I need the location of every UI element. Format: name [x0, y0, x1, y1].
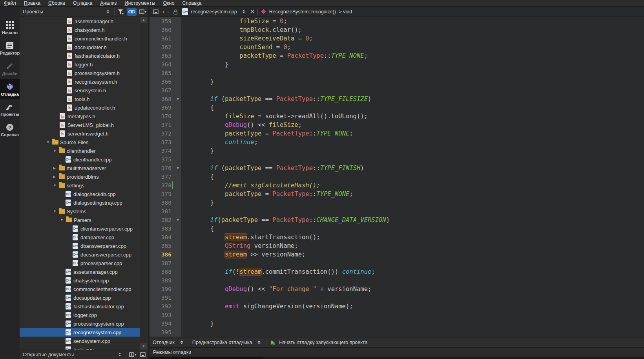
document-dropdown-icon[interactable] — [240, 8, 248, 16]
tree-item-Source Files[interactable]: ▼Source Files — [20, 138, 141, 147]
filter-icon[interactable] — [117, 8, 125, 16]
mode-editor[interactable]: Редактор — [0, 38, 20, 59]
line-number-gutter[interactable]: 362 — [150, 43, 181, 51]
line-number-gutter[interactable]: 388 — [150, 267, 181, 276]
line-number-gutter[interactable]: 369 — [150, 103, 181, 112]
mode-debug[interactable]: Отладка — [0, 79, 20, 99]
tree-item-providerdblms[interactable]: ▶providerdblms — [20, 172, 141, 181]
tree-item-recognizesystem.cpp[interactable]: C++recognizesystem.cpp — [20, 328, 141, 337]
current-symbol[interactable]: RecognizeSystem::recognize() -> void — [269, 9, 352, 15]
menu-Справка[interactable]: Справка — [178, 0, 205, 7]
tree-item-dbanswerparser.cpp[interactable]: C++dbanswerparser.cpp — [20, 242, 141, 250]
tree-item-chatsystem.h[interactable]: hchatsystem.h — [20, 26, 141, 34]
tree-item-Parsers[interactable]: ▼Parsers — [20, 216, 141, 224]
line-number-gutter[interactable]: 380 — [150, 198, 181, 207]
menu-Сборка[interactable]: Сборка — [44, 0, 69, 7]
tree-item-sendsystem.h[interactable]: hsendsystem.h — [20, 86, 141, 95]
tree-item-processparser.cpp[interactable]: C++processparser.cpp — [20, 259, 141, 267]
menu-Отладка[interactable]: Отладка — [69, 0, 96, 7]
line-number-gutter[interactable]: 365 — [150, 69, 181, 77]
collapse-arrow-icon[interactable]: ▼ — [53, 183, 59, 187]
collapse-panel-icon[interactable] — [139, 351, 147, 359]
mode-help[interactable]: ? Справка — [0, 120, 20, 140]
line-number-gutter[interactable]: 391 — [150, 293, 181, 302]
fold-marker-icon[interactable]: ▼ — [177, 164, 179, 172]
tree-item-processingsystem.cpp[interactable]: C++processingsystem.cpp — [20, 319, 141, 328]
menu-Анализ[interactable]: Анализ — [96, 0, 120, 7]
line-number-gutter[interactable]: 394 — [150, 319, 181, 328]
collapse-arrow-icon[interactable]: ▼ — [53, 209, 59, 213]
tree-item-dialogcheckdb.cpp[interactable]: C++dialogcheckdb.cpp — [20, 190, 141, 198]
tree-item-dialogsettingstray.cpp[interactable]: C++dialogsettingstray.cpp — [20, 198, 141, 207]
collapse-arrow-icon[interactable]: ▼ — [53, 149, 59, 153]
tree-item-fasthashcalculator.cpp[interactable]: C++fasthashcalculator.cpp — [20, 302, 141, 311]
tree-item-clienthandler.cpp[interactable]: C++clienthandler.cpp — [20, 155, 141, 164]
sync-with-editor-icon[interactable] — [127, 8, 137, 16]
tree-item-fasthashcalculator.h[interactable]: hfasthashcalculator.h — [20, 51, 141, 60]
line-number-gutter[interactable]: 373 — [150, 138, 181, 147]
go-back-icon[interactable]: ‹ — [162, 9, 164, 15]
split-icon[interactable] — [139, 8, 147, 16]
start-debug-button[interactable]: Начать отладку запускающего проекта — [279, 340, 367, 345]
line-number-gutter[interactable]: 359 — [150, 17, 181, 26]
line-number-gutter[interactable]: 360 — [150, 26, 181, 34]
tree-item-ServerLMS_global.h[interactable]: hServerLMS_global.h — [20, 121, 141, 129]
line-number-gutter[interactable]: 379 — [150, 190, 181, 198]
close-document-icon[interactable]: ✕ — [250, 9, 255, 15]
tree-item-recognizesystem.h[interactable]: hrecognizesystem.h — [20, 77, 141, 86]
tree-item-metatypes.h[interactable]: hmetatypes.h — [20, 112, 141, 121]
fold-marker-icon[interactable]: ▼ — [177, 216, 179, 224]
tree-item-serverlmswidget.h[interactable]: hserverlmswidget.h — [20, 129, 141, 138]
tree-item-sendsystem.cpp[interactable]: C++sendsystem.cpp — [20, 337, 141, 345]
line-number-gutter[interactable]: 364 — [150, 60, 181, 69]
menu-Инструменты[interactable]: Инструменты — [120, 0, 159, 7]
open-file-name[interactable]: recognizesystem.cpp — [191, 9, 237, 15]
panel-selector-dropdown-icon[interactable] — [104, 8, 112, 16]
split-icon[interactable] — [129, 351, 137, 359]
line-number-gutter[interactable]: 390 — [150, 285, 181, 293]
debugger-dropdown-icon[interactable] — [178, 339, 186, 346]
tree-item-assetsmanager.h[interactable]: hassetsmanager.h — [20, 17, 141, 26]
scroll-down-icon[interactable]: ▼ — [140, 343, 147, 350]
tree-item-tools.h[interactable]: htools.h — [20, 95, 141, 103]
collapse-arrow-icon[interactable]: ▼ — [46, 140, 52, 144]
line-number-gutter[interactable]: 382▼ — [150, 216, 181, 224]
mode-projects[interactable]: Проекты — [0, 99, 20, 120]
line-number-gutter[interactable]: 384 — [150, 233, 181, 242]
go-forward-icon[interactable]: › — [167, 9, 169, 15]
tree-item-settings[interactable]: ▼settings — [20, 181, 141, 190]
line-number-gutter[interactable]: 368▼ — [150, 95, 181, 103]
line-number-gutter[interactable]: 381 — [150, 207, 181, 216]
line-number-gutter[interactable]: 385 — [150, 242, 181, 250]
line-number-gutter[interactable]: 376▼ — [150, 164, 181, 172]
line-number-gutter[interactable]: 386 — [150, 250, 181, 259]
tree-item-updatecontroller.h[interactable]: hupdatecontroller.h — [20, 103, 141, 112]
line-number-gutter[interactable]: 375 — [150, 155, 181, 164]
line-number-gutter[interactable]: 392 — [150, 302, 181, 311]
tree-item-Systems[interactable]: ▼Systems — [20, 207, 141, 216]
tree-item-logger.cpp[interactable]: C++logger.cpp — [20, 311, 141, 319]
line-number-gutter[interactable]: 361 — [150, 34, 181, 43]
scroll-up-icon[interactable]: ▲ — [140, 17, 147, 23]
menu-Окно[interactable]: Окно — [159, 0, 178, 7]
hide-sidebar-icon[interactable] — [152, 8, 160, 16]
opendocs-dropdown-icon[interactable] — [116, 351, 124, 359]
tree-item-assetsmanager.cpp[interactable]: C++assetsmanager.cpp — [20, 267, 141, 276]
line-number-gutter[interactable]: 372 — [150, 129, 181, 138]
line-number-gutter[interactable]: 378 — [150, 181, 181, 190]
line-number-gutter[interactable]: 395 — [150, 328, 181, 337]
tree-item-dataparser.cpp[interactable]: C++dataparser.cpp — [20, 233, 141, 242]
start-debug-icon[interactable] — [270, 339, 276, 346]
menu-Файл[interactable]: Файл — [0, 0, 20, 7]
collapse-arrow-icon[interactable]: ▼ — [60, 218, 66, 222]
line-number-gutter[interactable]: 363 — [150, 51, 181, 60]
code-editor[interactable]: 359 fileSize = 0;360 tmpBlock.clear();36… — [150, 17, 644, 337]
tree-item-commonclienthandler.h[interactable]: hcommonclienthandler.h — [20, 34, 141, 43]
line-number-gutter[interactable]: 377 — [150, 172, 181, 181]
tree-item-logger.h[interactable]: hlogger.h — [20, 60, 141, 69]
line-number-gutter[interactable]: 367 — [150, 86, 181, 95]
line-number-gutter[interactable]: 366 — [150, 77, 181, 86]
expand-arrow-icon[interactable]: ▶ — [53, 166, 59, 170]
fold-marker-icon[interactable]: ▼ — [177, 95, 179, 103]
tree-item-clienthandler[interactable]: ▼clienthandler — [20, 147, 141, 155]
